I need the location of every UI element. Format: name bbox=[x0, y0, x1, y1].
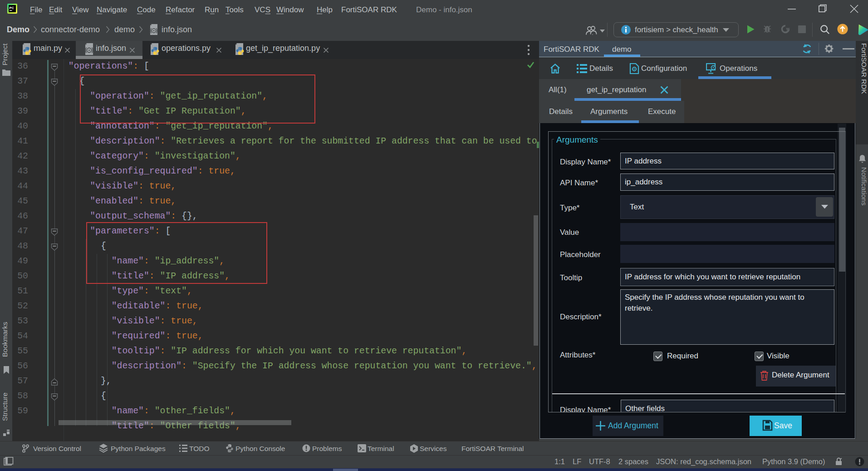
svg-text:PC: PC bbox=[10, 6, 15, 10]
